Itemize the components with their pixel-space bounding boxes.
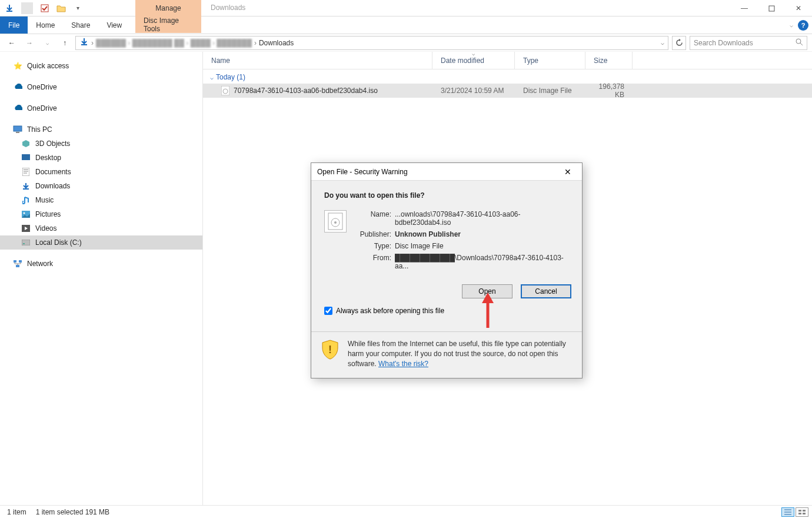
svg-rect-13 [19,260,22,263]
dialog-close-button[interactable]: ✕ [560,165,576,178]
breadcrumb-downloads[interactable]: Downloads [259,39,294,47]
always-ask-checkbox[interactable]: Always ask before opening this file [324,307,571,323]
nav-forward-button[interactable]: → [22,36,36,50]
file-row[interactable]: 70798a47-3610-4103-aa06-bdbef230dab4.iso… [203,84,812,98]
sidebar-label: Desktop [35,154,61,162]
music-icon [21,195,31,205]
maximize-button[interactable] [758,0,785,16]
sort-indicator-icon: ⌵ [472,51,475,57]
sidebar-item-music[interactable]: Music [0,193,202,207]
download-folder-icon [79,37,89,48]
svg-rect-15 [221,86,229,95]
breadcrumb-separator: › [254,39,257,47]
tab-home[interactable]: Home [28,16,63,34]
security-warning-dialog: Open File - Security Warning ✕ Do you wa… [311,162,583,378]
column-header-size[interactable]: Size [585,52,633,69]
sidebar-item-documents[interactable]: Documents [0,165,202,179]
svg-rect-18 [803,510,806,512]
sidebar-label: Quick access [27,62,69,70]
qat-folder-icon[interactable] [55,2,67,14]
group-label: Today (1) [216,73,245,81]
sidebar-item-onedrive[interactable]: OneDrive [0,80,202,94]
refresh-button[interactable] [672,36,686,50]
iso-file-icon [221,86,230,95]
nav-back-button[interactable]: ← [5,36,19,50]
sidebar-item-quick-access[interactable]: ⭐ Quick access [0,59,202,73]
svg-rect-4 [16,132,19,133]
documents-icon [21,167,31,177]
view-large-icons-button[interactable] [796,507,808,517]
column-header-name[interactable]: Name [203,52,432,69]
svg-rect-11 [23,243,25,244]
status-bar: 1 item 1 item selected 191 MB [0,505,812,518]
tab-file[interactable]: File [0,16,28,34]
qat-properties-icon[interactable] [39,2,51,14]
qat-customize-icon[interactable]: ▾ [72,2,84,14]
svg-rect-20 [803,513,806,514]
sidebar-item-onedrive[interactable]: OneDrive [0,101,202,115]
svg-rect-3 [14,126,22,131]
address-dropdown-icon[interactable]: ⌵ [661,39,664,46]
sidebar-item-this-pc[interactable]: This PC [0,122,202,137]
breadcrumb-separator: › [91,39,94,47]
search-placeholder: Search Downloads [694,39,753,47]
cancel-button[interactable]: Cancel [521,284,571,298]
dialog-label-publisher: Publisher: [354,230,395,238]
column-headers: Name ⌵Date modified Type Size [203,52,812,69]
svg-rect-0 [41,5,48,12]
column-header-date[interactable]: ⌵Date modified [432,52,515,69]
svg-rect-5 [22,154,30,160]
dialog-label-name: Name: [354,210,395,218]
tab-disc-image-tools[interactable]: Disc Image Tools [135,16,201,33]
sidebar-label: Downloads [35,182,70,190]
sidebar-item-videos[interactable]: Videos [0,221,202,235]
column-header-type[interactable]: Type [515,52,585,69]
title-bar: ▾ Manage Downloads — ✕ [0,0,812,16]
search-input[interactable]: Search Downloads [690,36,807,50]
cloud-icon [13,82,22,92]
open-button[interactable]: Open [462,284,513,298]
qat-download-icon[interactable] [4,2,15,14]
svg-rect-17 [798,510,801,512]
ribbon-collapse-icon[interactable]: ⌵ [790,22,793,28]
view-details-button[interactable] [781,507,794,517]
svg-rect-19 [798,513,801,514]
sidebar-item-network[interactable]: Network [0,257,202,271]
dialog-value-publisher: Unknown Publisher [395,230,571,238]
dialog-value-from: ████████████\Downloads\70798a47-3610-410… [395,254,571,270]
whats-the-risk-link[interactable]: What's the risk? [378,360,428,368]
dialog-footer-message: While files from the Internet can be use… [348,339,571,368]
search-icon [796,38,803,48]
sidebar-label: Local Disk (C:) [35,238,82,247]
address-bar-row: ← → ⌵ ↑ › ██████ › ████████ ██ › ████ › … [0,34,812,52]
sidebar-item-desktop[interactable]: Desktop [0,151,202,165]
chevron-down-icon: ⌵ [210,74,214,81]
tab-view[interactable]: View [98,16,130,34]
file-size: 196,378 KB [585,82,633,99]
window-title: Downloads [211,4,245,12]
dialog-question: Do you want to open this file? [324,191,571,200]
always-ask-checkbox-input[interactable] [324,307,332,315]
star-icon: ⭐ [13,61,22,71]
file-date: 3/21/2024 10:59 AM [432,87,515,95]
sidebar-label: Music [35,196,54,204]
sidebar-label: Documents [35,168,71,176]
sidebar-label: This PC [27,125,52,134]
nav-recent-dropdown[interactable]: ⌵ [40,36,54,50]
help-icon[interactable]: ? [798,20,808,31]
dialog-label-from: From: [354,254,395,262]
file-name: 70798a47-3610-4103-aa06-bdbef230dab4.iso [234,87,378,95]
nav-up-button[interactable]: ↑ [58,36,72,50]
minimize-button[interactable]: — [731,0,758,16]
sidebar-item-local-disk[interactable]: Local Disk (C:) [0,235,202,250]
tab-share[interactable]: Share [63,16,98,34]
group-header-today[interactable]: ⌵ Today (1) [203,69,812,84]
sidebar-item-downloads[interactable]: Downloads [0,179,202,193]
address-bar[interactable]: › ██████ › ████████ ██ › ████ › ███████ … [75,36,668,50]
desktop-icon [21,153,31,162]
sidebar-item-3d-objects[interactable]: 3D Objects [0,137,202,151]
status-selection: 1 item selected 191 MB [36,508,109,516]
close-button[interactable]: ✕ [785,0,812,16]
sidebar-item-pictures[interactable]: Pictures [0,207,202,221]
status-item-count: 1 item [7,508,26,516]
